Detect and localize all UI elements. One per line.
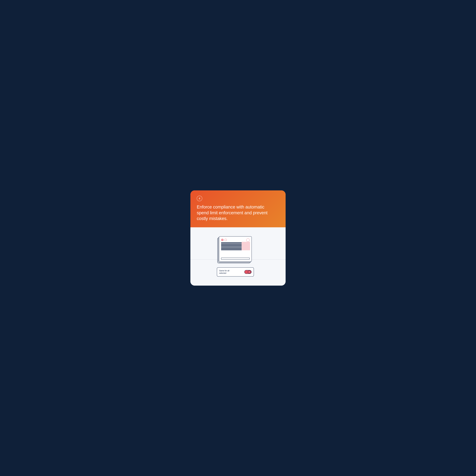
header-title-line2: spend limit enforcement and prevent	[197, 210, 268, 215]
tray-label-line2: selected	[219, 272, 226, 274]
doc-pink-circle	[221, 239, 224, 241]
header-title-line3: costly mistakes.	[197, 216, 228, 221]
tray-label: Same for all selected	[219, 270, 229, 274]
step-number-text: 4	[199, 197, 200, 200]
doc-line-6	[221, 249, 242, 250]
content-section: Same for all selected ✓	[190, 227, 286, 286]
header-title-line1: Enforce compliance with automatic	[197, 204, 264, 209]
toggle-switch[interactable]: ✓	[244, 270, 252, 274]
tray-label-line1: Same for all	[219, 270, 229, 272]
doc-header-row	[221, 239, 250, 241]
doc-bottom-bar	[221, 258, 250, 260]
header-title: Enforce compliance with automatic spend …	[197, 204, 279, 221]
doc-dashed-circle-small	[224, 239, 227, 241]
doc-line-5	[221, 248, 244, 249]
toggle-checkmark-icon: ✓	[249, 271, 250, 273]
doc-tray-panel: Same for all selected ✓	[217, 267, 254, 277]
document-main	[219, 236, 252, 262]
header-section: 4 Enforce compliance with automatic spen…	[190, 190, 286, 227]
step-number-badge: 4	[197, 196, 202, 201]
main-card: 4 Enforce compliance with automatic spen…	[190, 190, 286, 286]
toggle-knob: ✓	[248, 270, 251, 273]
document-stack-illustration: Same for all selected ✓	[219, 236, 257, 276]
doc-pink-rectangle	[242, 242, 250, 250]
doc-dashed-circle-top-right	[246, 238, 250, 242]
